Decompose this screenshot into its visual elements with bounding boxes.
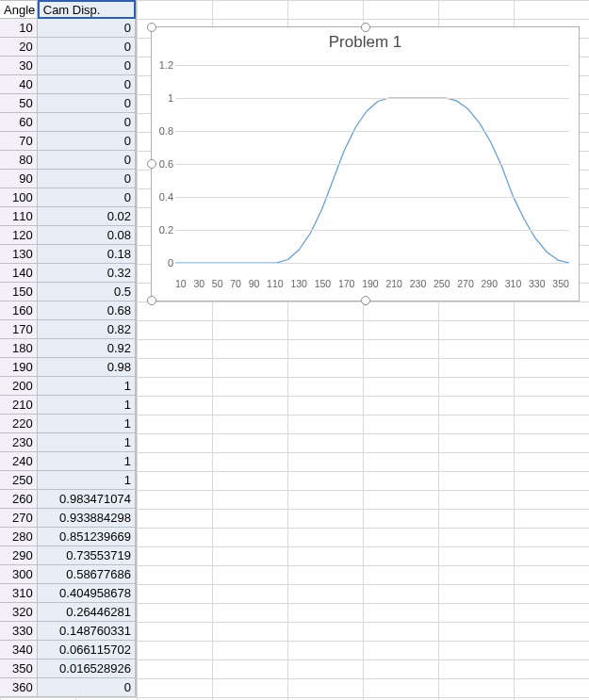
cell-disp[interactable]: 1 xyxy=(38,396,136,415)
cell-disp[interactable]: 0.58677686 xyxy=(38,565,136,584)
table-row: 800 xyxy=(0,151,136,170)
cell-angle[interactable]: 120 xyxy=(0,226,38,245)
cell-disp[interactable]: 0.68 xyxy=(38,301,136,320)
cell-angle[interactable]: 290 xyxy=(0,546,38,565)
cell-disp[interactable]: 0.851239669 xyxy=(38,528,136,546)
cell-disp[interactable]: 0.5 xyxy=(38,283,136,301)
cell-disp[interactable]: 0.82 xyxy=(38,320,136,339)
x-tick-label: 70 xyxy=(230,278,241,289)
cell-disp[interactable]: 0 xyxy=(38,57,136,75)
header-angle[interactable]: Angle xyxy=(0,0,38,19)
cell-angle[interactable]: 260 xyxy=(0,490,38,509)
cell-angle[interactable]: 360 xyxy=(0,678,38,697)
cell-disp[interactable]: 0 xyxy=(38,678,136,697)
table-row: 2301 xyxy=(0,433,136,452)
cell-angle[interactable]: 10 xyxy=(0,19,38,38)
cell-angle[interactable]: 340 xyxy=(0,641,38,659)
cell-angle[interactable]: 20 xyxy=(0,38,38,57)
resize-handle-icon[interactable] xyxy=(361,296,370,305)
cell-disp[interactable]: 0.73553719 xyxy=(38,546,136,565)
cell-disp[interactable]: 0.016528926 xyxy=(38,659,136,678)
header-cam-disp[interactable]: Cam Disp. xyxy=(38,0,136,19)
chart-object[interactable]: Problem 1 00.20.40.60.811.2 103050709011… xyxy=(151,26,580,301)
cell-disp[interactable]: 1 xyxy=(38,377,136,396)
cell-angle[interactable]: 110 xyxy=(0,207,38,226)
cell-angle[interactable]: 50 xyxy=(0,94,38,113)
chart-title[interactable]: Problem 1 xyxy=(152,27,579,63)
x-tick-label: 270 xyxy=(457,278,474,289)
cell-disp[interactable]: 0 xyxy=(38,75,136,94)
cell-angle[interactable]: 210 xyxy=(0,396,38,415)
cell-disp[interactable]: 0 xyxy=(38,188,136,207)
cell-angle[interactable]: 90 xyxy=(0,170,38,188)
cell-disp[interactable]: 0.983471074 xyxy=(38,490,136,509)
gridline xyxy=(175,131,569,132)
cell-angle[interactable]: 240 xyxy=(0,452,38,471)
x-tick-label: 330 xyxy=(529,278,546,289)
cell-disp[interactable]: 0 xyxy=(38,94,136,113)
cell-angle[interactable]: 30 xyxy=(0,57,38,75)
cell-disp[interactable]: 1 xyxy=(38,452,136,471)
cell-angle[interactable]: 70 xyxy=(0,132,38,151)
cell-angle[interactable]: 160 xyxy=(0,301,38,320)
cell-angle[interactable]: 130 xyxy=(0,245,38,264)
cell-angle[interactable]: 40 xyxy=(0,75,38,94)
cell-disp[interactable]: 1 xyxy=(38,471,136,490)
cell-angle[interactable]: 80 xyxy=(0,151,38,170)
cell-angle[interactable]: 200 xyxy=(0,377,38,396)
cell-disp[interactable]: 0.92 xyxy=(38,339,136,358)
cell-disp[interactable]: 0 xyxy=(38,19,136,38)
cell-disp[interactable]: 1 xyxy=(38,433,136,452)
cell-disp[interactable]: 0.404958678 xyxy=(38,584,136,603)
table-row: 400 xyxy=(0,75,136,94)
cell-disp[interactable]: 0 xyxy=(38,132,136,151)
cell-disp[interactable]: 0.933884298 xyxy=(38,509,136,528)
cell-disp[interactable]: 0.148760331 xyxy=(38,622,136,641)
cell-angle[interactable]: 220 xyxy=(0,415,38,433)
cell-disp[interactable]: 0.98 xyxy=(38,358,136,377)
table-row: 100 xyxy=(0,19,136,38)
table-row: 3300.148760331 xyxy=(0,622,136,641)
cell-angle[interactable]: 180 xyxy=(0,339,38,358)
table-row: 1700.82 xyxy=(0,320,136,339)
cell-disp[interactable]: 0 xyxy=(38,113,136,132)
table-row: 1600.68 xyxy=(0,301,136,320)
cell-angle[interactable]: 300 xyxy=(0,565,38,584)
cell-disp[interactable]: 0.066115702 xyxy=(38,641,136,659)
table-row: 2401 xyxy=(0,452,136,471)
cell-angle[interactable]: 140 xyxy=(0,264,38,283)
cell-angle[interactable]: 350 xyxy=(0,659,38,678)
table-row: 2201 xyxy=(0,415,136,433)
cell-angle[interactable]: 330 xyxy=(0,622,38,641)
resize-handle-icon[interactable] xyxy=(361,23,370,32)
cell-disp[interactable]: 0 xyxy=(38,170,136,188)
cell-angle[interactable]: 150 xyxy=(0,283,38,301)
table-row: 500 xyxy=(0,94,136,113)
cell-disp[interactable]: 0.32 xyxy=(38,264,136,283)
plot-area[interactable]: 00.20.40.60.811.2 xyxy=(175,65,569,263)
cell-angle[interactable]: 270 xyxy=(0,509,38,528)
cell-angle[interactable]: 190 xyxy=(0,358,38,377)
table-row: 3400.066115702 xyxy=(0,641,136,659)
cell-disp[interactable]: 1 xyxy=(38,415,136,433)
cell-angle[interactable]: 280 xyxy=(0,528,38,546)
cell-disp[interactable]: 0 xyxy=(38,151,136,170)
resize-handle-icon[interactable] xyxy=(147,23,156,32)
cell-angle[interactable]: 310 xyxy=(0,584,38,603)
cell-angle[interactable]: 100 xyxy=(0,188,38,207)
cell-disp[interactable]: 0.08 xyxy=(38,226,136,245)
cell-angle[interactable]: 60 xyxy=(0,113,38,132)
cell-angle[interactable]: 320 xyxy=(0,603,38,622)
gridline xyxy=(175,197,569,198)
cell-disp[interactable]: 0 xyxy=(38,38,136,57)
cell-angle[interactable]: 170 xyxy=(0,320,38,339)
y-tick-label: 1 xyxy=(155,92,173,104)
cell-disp[interactable]: 0.02 xyxy=(38,207,136,226)
table-row: 700 xyxy=(0,132,136,151)
cell-angle[interactable]: 230 xyxy=(0,433,38,452)
resize-handle-icon[interactable] xyxy=(147,296,156,305)
table-row: 3200.26446281 xyxy=(0,603,136,622)
cell-angle[interactable]: 250 xyxy=(0,471,38,490)
cell-disp[interactable]: 0.26446281 xyxy=(38,603,136,622)
cell-disp[interactable]: 0.18 xyxy=(38,245,136,264)
